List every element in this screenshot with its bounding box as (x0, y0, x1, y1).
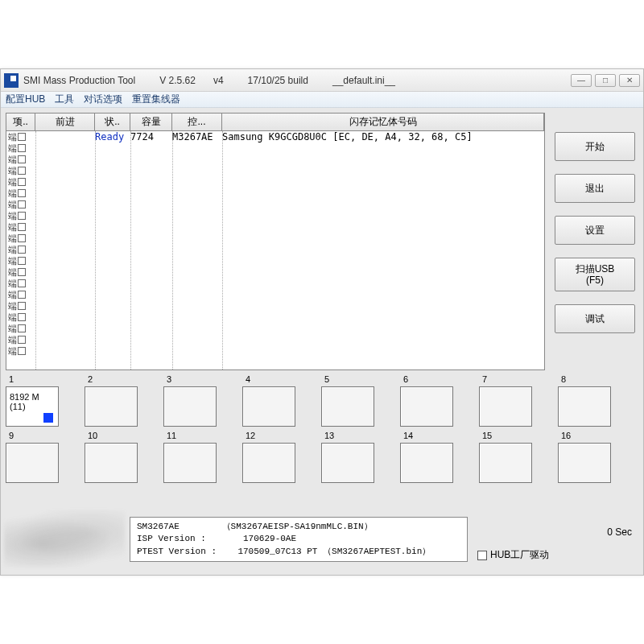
debug-button[interactable]: 调试 (555, 304, 635, 333)
row-checkbox[interactable]: 端 (6, 176, 35, 188)
row-checkbox[interactable]: 端 (6, 221, 35, 233)
window-controls: — □ ✕ (571, 74, 640, 87)
port-box (400, 443, 453, 483)
port-slot-13[interactable]: 13 (321, 431, 390, 483)
settings-button[interactable]: 设置 (555, 216, 635, 245)
port-number: 13 (324, 431, 334, 440)
port-slot-6[interactable]: 6 (400, 375, 469, 427)
app-build: 17/10/25 build (248, 75, 308, 86)
row-checkbox[interactable]: 端 (6, 154, 35, 165)
row-checkbox[interactable]: 端 (6, 323, 35, 334)
menu-reset-hub[interactable]: 重置集线器 (132, 93, 180, 106)
menu-config-hub[interactable]: 配置HUB (6, 93, 45, 106)
row-checkbox[interactable]: 端 (6, 289, 35, 300)
row-checkbox[interactable]: 端 (6, 334, 35, 345)
port-box (163, 386, 217, 427)
col-capacity[interactable]: 容量 (130, 114, 172, 130)
port-slot-16[interactable]: 16 (558, 431, 627, 483)
port-slot-7[interactable]: 7 (479, 375, 548, 427)
port-number: 12 (246, 431, 255, 440)
grid-body: 端端端端端端端端端端端端端端端端端端端端 Ready 7724 M3267AE … (6, 131, 544, 369)
col-forward[interactable]: 前进 (35, 114, 95, 130)
start-button[interactable]: 开始 (555, 132, 635, 161)
port-slot-5[interactable]: 5 (321, 375, 390, 427)
row-checkbox[interactable]: 端 (6, 278, 35, 289)
col-item[interactable]: 项.. (6, 114, 35, 130)
port-box (479, 386, 532, 427)
row-checkboxes: 端端端端端端端端端端端端端端端端端端端端 (6, 131, 35, 357)
table-row[interactable]: Ready 7724 M3267AE Samsung K9GCGD8U0C [E… (35, 131, 473, 142)
hub-factory-driver-checkbox[interactable]: HUB工厂驱动 (477, 548, 549, 562)
titlebar: SMI Mass Production Tool V 2.5.62 v4 17/… (1, 69, 643, 92)
port-slots: 18192 M(11)2345678 910111213141516 (6, 375, 638, 488)
port-number: 2 (88, 374, 93, 384)
port-box (558, 386, 611, 427)
elapsed-timer: 0 Sec (607, 526, 632, 538)
col-flash[interactable]: 闪存记忆体号码 (222, 114, 544, 130)
col-controller[interactable]: 控... (172, 114, 222, 130)
minimize-button[interactable]: — (571, 74, 592, 87)
row-checkbox[interactable]: 端 (6, 266, 35, 278)
port-box (242, 443, 295, 483)
port-indicator-icon (43, 413, 53, 423)
menu-dialog-options[interactable]: 对话选项 (84, 93, 122, 106)
col-state[interactable]: 状.. (95, 114, 130, 130)
port-slot-4[interactable]: 4 (242, 375, 312, 427)
row-checkbox[interactable]: 端 (6, 188, 35, 199)
port-number: 8 (561, 374, 566, 384)
row-checkbox[interactable]: 端 (6, 300, 35, 312)
port-slot-15[interactable]: 15 (479, 431, 548, 483)
port-slot-14[interactable]: 14 (400, 431, 469, 483)
cell-state: Ready (95, 131, 130, 142)
port-number: 10 (88, 431, 97, 440)
port-box: 8192 M(11) (6, 386, 59, 427)
port-slot-9[interactable]: 9 (6, 431, 75, 483)
config-file: __default.ini__ (332, 75, 395, 86)
row-checkbox[interactable]: 端 (6, 142, 35, 154)
row-checkbox[interactable]: 端 (6, 199, 35, 210)
row-checkbox[interactable]: 端 (6, 312, 35, 323)
app-subversion: v4 (213, 75, 224, 86)
app-version: V 2.5.62 (159, 75, 196, 86)
app-window: SMI Mass Production Tool V 2.5.62 v4 17/… (0, 68, 644, 576)
port-number: 5 (324, 374, 329, 384)
checkbox-icon (477, 551, 487, 560)
app-icon (4, 73, 19, 88)
port-slot-8[interactable]: 8 (558, 375, 627, 427)
port-slot-11[interactable]: 11 (163, 431, 233, 483)
row-checkbox[interactable]: 端 (6, 165, 35, 176)
row-checkbox[interactable]: 端 (6, 345, 35, 357)
port-slot-1[interactable]: 18192 M(11) (6, 375, 75, 427)
port-box (321, 386, 374, 427)
row-checkbox[interactable]: 端 (6, 210, 35, 221)
port-box (163, 443, 217, 483)
port-slot-2[interactable]: 2 (85, 375, 154, 427)
port-slot-3[interactable]: 3 (163, 375, 233, 427)
port-box (6, 443, 59, 483)
row-checkbox[interactable]: 端 (6, 131, 35, 142)
background-smudge (4, 510, 125, 567)
port-box (400, 386, 453, 427)
firmware-info: SM3267AE （SM3267AEISP-SA19nmMLC.BIN） ISP… (130, 517, 468, 562)
port-number: 16 (561, 431, 571, 440)
scan-usb-button[interactable]: 扫描USB (F5) (555, 258, 635, 291)
port-capacity: 8192 M (6, 387, 58, 402)
row-checkbox[interactable]: 端 (6, 255, 35, 266)
port-number: 6 (403, 374, 408, 384)
row-checkbox[interactable]: 端 (6, 233, 35, 244)
column-separators (6, 131, 544, 369)
menu-tools[interactable]: 工具 (55, 93, 74, 106)
port-number: 4 (246, 374, 250, 384)
action-buttons: 开始 退出 设置 扫描USB (F5) 调试 (555, 132, 635, 333)
port-box (242, 386, 295, 427)
row-checkbox[interactable]: 端 (6, 244, 35, 255)
grid-header: 项.. 前进 状.. 容量 控... 闪存记忆体号码 (6, 114, 544, 131)
port-slot-12[interactable]: 12 (242, 431, 312, 483)
exit-button[interactable]: 退出 (555, 174, 635, 203)
close-button[interactable]: ✕ (619, 74, 640, 87)
port-slot-10[interactable]: 10 (85, 431, 154, 483)
port-box (479, 443, 532, 483)
maximize-button[interactable]: □ (595, 74, 616, 87)
port-box (85, 443, 138, 483)
cell-capacity: 7724 (130, 131, 172, 142)
